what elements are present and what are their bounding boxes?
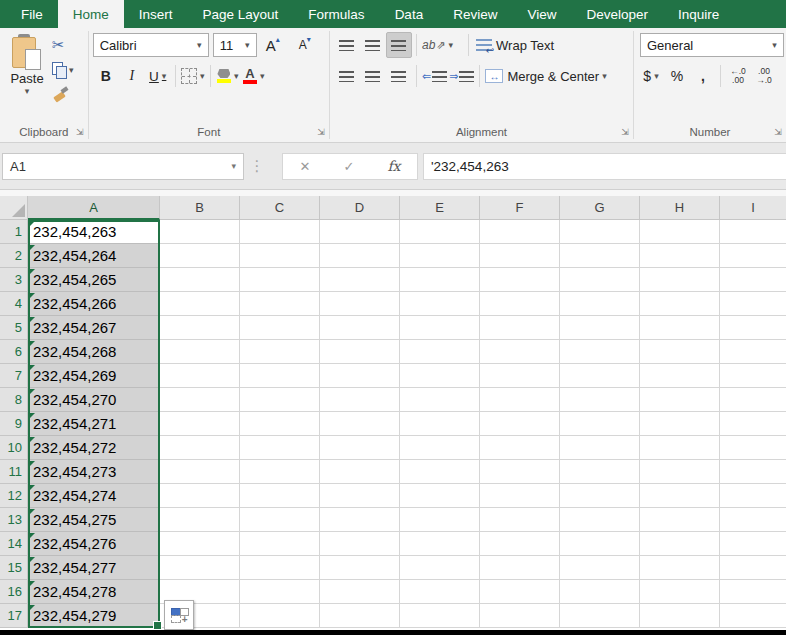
- cell[interactable]: 232,454,264: [28, 244, 160, 268]
- cell[interactable]: [400, 340, 480, 364]
- cell[interactable]: [720, 268, 786, 292]
- cell[interactable]: 232,454,266: [28, 292, 160, 316]
- cell[interactable]: [160, 412, 240, 436]
- cell[interactable]: [480, 316, 560, 340]
- cell[interactable]: [400, 244, 480, 268]
- percent-style-button[interactable]: %: [664, 63, 690, 89]
- middle-align-button[interactable]: [360, 32, 386, 58]
- shrink-font-button[interactable]: A: [289, 32, 321, 58]
- decrease-indent-button[interactable]: ⇐: [421, 63, 448, 89]
- cell[interactable]: [240, 244, 320, 268]
- cell[interactable]: [480, 436, 560, 460]
- cell[interactable]: [560, 460, 640, 484]
- cell[interactable]: 232,454,270: [28, 388, 160, 412]
- cell[interactable]: [320, 556, 400, 580]
- align-center-button[interactable]: [360, 63, 386, 89]
- auto-fill-options-button[interactable]: [164, 600, 194, 630]
- grow-font-button[interactable]: A: [257, 32, 289, 58]
- cell[interactable]: [240, 316, 320, 340]
- cell[interactable]: [160, 244, 240, 268]
- column-header-C[interactable]: C: [240, 196, 320, 220]
- cell[interactable]: 232,454,274: [28, 484, 160, 508]
- cell[interactable]: [240, 556, 320, 580]
- cell[interactable]: [320, 532, 400, 556]
- name-box[interactable]: A1: [2, 153, 244, 180]
- cell[interactable]: [160, 436, 240, 460]
- cell[interactable]: [480, 604, 560, 628]
- cell[interactable]: [480, 484, 560, 508]
- cell[interactable]: [560, 316, 640, 340]
- cell[interactable]: 232,454,271: [28, 412, 160, 436]
- cell[interactable]: [480, 340, 560, 364]
- cell[interactable]: [560, 292, 640, 316]
- ribbon-tab-insert[interactable]: Insert: [124, 0, 188, 28]
- cell[interactable]: [720, 244, 786, 268]
- cell[interactable]: [640, 556, 720, 580]
- cell[interactable]: [560, 220, 640, 244]
- cell[interactable]: 232,454,276: [28, 532, 160, 556]
- cell[interactable]: 232,454,268: [28, 340, 160, 364]
- underline-button[interactable]: U: [145, 63, 171, 89]
- cell[interactable]: [320, 316, 400, 340]
- number-dialog-launcher[interactable]: [772, 126, 784, 138]
- cell[interactable]: [160, 268, 240, 292]
- cell[interactable]: [400, 316, 480, 340]
- bottom-align-button[interactable]: [386, 32, 412, 58]
- cell[interactable]: [720, 388, 786, 412]
- ribbon-tab-developer[interactable]: Developer: [571, 0, 663, 28]
- cell[interactable]: [240, 436, 320, 460]
- cell[interactable]: [720, 532, 786, 556]
- orientation-button[interactable]: ab⇗: [421, 32, 454, 58]
- cell[interactable]: [160, 460, 240, 484]
- cell[interactable]: [320, 340, 400, 364]
- align-left-button[interactable]: [334, 63, 360, 89]
- cell[interactable]: [320, 580, 400, 604]
- cell[interactable]: [240, 268, 320, 292]
- wrap-text-button[interactable]: Wrap Text: [475, 32, 555, 58]
- row-header[interactable]: 5: [0, 316, 28, 340]
- cell[interactable]: [640, 580, 720, 604]
- merge-center-button[interactable]: Merge & Center: [484, 63, 607, 89]
- clipboard-dialog-launcher[interactable]: [74, 126, 86, 138]
- cell[interactable]: [480, 460, 560, 484]
- cell[interactable]: [560, 580, 640, 604]
- cell[interactable]: [560, 268, 640, 292]
- cell[interactable]: [160, 292, 240, 316]
- accounting-format-button[interactable]: $: [638, 63, 664, 89]
- cell[interactable]: [400, 580, 480, 604]
- select-all-button[interactable]: [0, 196, 28, 220]
- column-header-B[interactable]: B: [160, 196, 240, 220]
- column-header-A[interactable]: A: [28, 196, 160, 220]
- cell[interactable]: [720, 556, 786, 580]
- cell[interactable]: [640, 604, 720, 628]
- cell[interactable]: [240, 388, 320, 412]
- cell[interactable]: [400, 436, 480, 460]
- font-size-dropdown-arrow[interactable]: [239, 34, 256, 56]
- ribbon-tab-home[interactable]: Home: [58, 0, 124, 28]
- cell[interactable]: [320, 412, 400, 436]
- bold-button[interactable]: B: [93, 63, 119, 89]
- fill-handle[interactable]: [153, 621, 162, 630]
- enter-icon[interactable]: [343, 159, 354, 174]
- cell[interactable]: [320, 244, 400, 268]
- name-box-dropdown-arrow[interactable]: [231, 161, 236, 171]
- cell[interactable]: 232,454,278: [28, 580, 160, 604]
- comma-style-button[interactable]: ,: [690, 63, 716, 89]
- cell[interactable]: [560, 364, 640, 388]
- copy-button[interactable]: [50, 59, 76, 81]
- cancel-icon[interactable]: [300, 159, 311, 174]
- font-dialog-launcher[interactable]: [315, 126, 327, 138]
- cell[interactable]: [320, 436, 400, 460]
- cell[interactable]: [160, 388, 240, 412]
- cell[interactable]: [320, 364, 400, 388]
- cell[interactable]: [480, 580, 560, 604]
- paste-button[interactable]: Paste ▾: [4, 32, 50, 121]
- font-color-button[interactable]: A: [241, 63, 267, 89]
- row-header[interactable]: 11: [0, 460, 28, 484]
- font-size-combo[interactable]: 11: [213, 33, 257, 57]
- row-header[interactable]: 3: [0, 268, 28, 292]
- cell[interactable]: 232,454,267: [28, 316, 160, 340]
- cell[interactable]: [240, 460, 320, 484]
- ribbon-tab-file[interactable]: File: [6, 0, 58, 28]
- cell[interactable]: [240, 292, 320, 316]
